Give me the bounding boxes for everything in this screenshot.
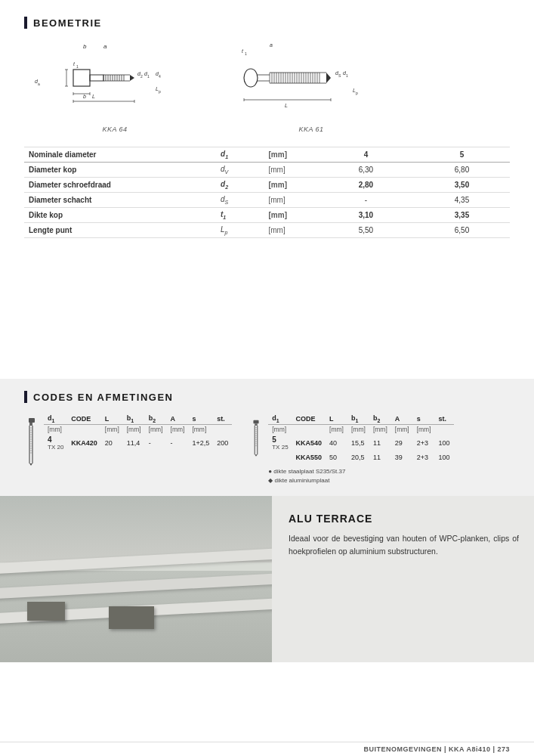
- row-label: Lengte punt: [24, 223, 216, 238]
- row-val1: 3,10: [318, 208, 414, 223]
- cell-d1: 4 TX 20: [44, 434, 67, 452]
- unit-d1: [mm]: [44, 424, 67, 434]
- col-A: A: [167, 414, 189, 424]
- page-footer: BUITENOMGEVINGEN | KKA A8i410 | 273: [0, 742, 534, 756]
- unit-b2: [mm]: [369, 424, 391, 434]
- cell-b1: 20,5: [347, 452, 369, 463]
- product-description: Ideaal voor de bevestiging van houten of…: [289, 532, 519, 558]
- codes-section-title: CODES EN AFMETINGEN: [24, 391, 510, 403]
- cell-s: 1+2,5: [188, 434, 213, 452]
- cell-st: 100: [435, 434, 454, 452]
- block-2: [27, 602, 65, 621]
- geometry-table-header: Nominale diameter d1 [mm] 4 5: [24, 147, 510, 163]
- svg-marker-98: [29, 463, 32, 466]
- col-b1: b1: [347, 414, 369, 424]
- codes-right-half: d1 CODE L b1 b2 A s st. [mm]: [250, 414, 453, 485]
- footer-text: BUITENOMGEVINGEN | KKA A8i410 | 273: [364, 745, 510, 753]
- col-d1: d1: [268, 414, 292, 424]
- svg-text:1: 1: [147, 74, 150, 79]
- row-val2: 3,35: [414, 208, 510, 223]
- unit-A: [mm]: [167, 424, 189, 434]
- codes-notes: ● dikte staalplaat S235/St.37 ◆ dikte al…: [268, 467, 453, 485]
- cell-L: 20: [101, 434, 123, 452]
- diagrams-row: b a d a: [24, 39, 510, 133]
- col-L: L: [326, 414, 347, 424]
- top-section: BEOMETRIE b a d a: [0, 0, 534, 258]
- svg-rect-99: [254, 420, 259, 423]
- col-d1: d1: [44, 414, 67, 424]
- geometry-title: BEOMETRIE: [33, 17, 102, 29]
- cell-code: KKA420: [67, 434, 101, 452]
- svg-rect-5: [90, 75, 103, 81]
- screw-icon-left: [24, 414, 38, 466]
- middle-section: [0, 258, 534, 379]
- cell-b1: 15,5: [347, 434, 369, 452]
- cell-b2: 11: [369, 452, 391, 463]
- row-val1: 5,50: [318, 223, 414, 238]
- row-val2: 6,50: [414, 223, 510, 238]
- cell-b1: 11,4: [123, 434, 145, 452]
- col-unit-header: [mm]: [264, 147, 318, 163]
- unit-code: [292, 424, 326, 434]
- svg-rect-82: [29, 418, 35, 423]
- unit-b2: [mm]: [145, 424, 167, 434]
- diagram-right-label: KKA 61: [298, 125, 323, 133]
- unit-st: [213, 424, 232, 434]
- screw-icon-right: [250, 414, 262, 458]
- svg-text:a: a: [103, 43, 107, 50]
- row-val1: 6,30: [318, 163, 414, 178]
- row-unit: [mm]: [264, 178, 318, 193]
- row-label: Dikte kop: [24, 208, 216, 223]
- codes-left-data-row: 4 TX 20 KKA420 20 11,4 - - 1+2,5 200: [44, 434, 232, 452]
- page: BEOMETRIE b a d a: [0, 0, 534, 756]
- geometry-section-title: BEOMETRIE: [24, 17, 510, 29]
- codes-right-row-2: KKA550 50 20,5 11 39 2+3 100: [268, 452, 453, 463]
- unit-b1: [mm]: [123, 424, 145, 434]
- svg-text:a: a: [270, 42, 273, 48]
- cell-A: -: [167, 434, 189, 452]
- unit-b1: [mm]: [347, 424, 369, 434]
- unit-s: [mm]: [188, 424, 213, 434]
- codes-left-half: d1 CODE L b1 b2 A s st. [mm]: [24, 414, 232, 466]
- cell-s: 2+3: [413, 434, 435, 452]
- note-2: ◆ dikte aluminiumplaat: [268, 476, 453, 485]
- cell-d1: [268, 452, 292, 463]
- diagram-left: b a d a: [32, 39, 198, 133]
- bottom-section: ALU TERRACE Ideaal voor de bevestiging v…: [0, 496, 534, 662]
- row-val2: 3,50: [414, 178, 510, 193]
- cell-b2: 11: [369, 434, 391, 452]
- col-param-header: d1: [216, 147, 264, 163]
- diagram-left-label: KKA 64: [102, 125, 127, 133]
- cell-d1: 5 TX 25: [268, 434, 292, 452]
- svg-text:b: b: [83, 94, 86, 99]
- diagram-kka61-svg: t 1 a: [228, 39, 394, 122]
- svg-text:1: 1: [346, 73, 348, 78]
- title-bar-accent: [24, 17, 27, 29]
- codes-right-table-wrapper: d1 CODE L b1 b2 A s st. [mm]: [268, 414, 453, 485]
- cell-st: 100: [435, 452, 454, 463]
- col-st: st.: [213, 414, 232, 424]
- cell-L: 40: [326, 434, 347, 452]
- svg-text:b: b: [83, 43, 87, 50]
- row-param: Lp: [216, 223, 264, 238]
- col-label-header: Nominale diameter: [24, 147, 216, 163]
- codes-left-table: d1 CODE L b1 b2 A s st. [mm]: [44, 414, 232, 452]
- col-code: CODE: [292, 414, 326, 424]
- codes-section: CODES EN AFMETINGEN: [0, 379, 534, 496]
- svg-text:L: L: [92, 94, 95, 99]
- block-1: [109, 606, 154, 629]
- row-unit: [mm]: [264, 193, 318, 208]
- svg-text:p: p: [356, 91, 358, 95]
- cell-A: 39: [391, 452, 413, 463]
- row-unit: [mm]: [264, 208, 318, 223]
- codes-right-header-row: d1 CODE L b1 b2 A s st.: [268, 414, 453, 424]
- svg-marker-18: [130, 75, 134, 81]
- product-photo: [0, 496, 272, 662]
- row-param: t1: [216, 208, 264, 223]
- svg-point-43: [244, 69, 258, 87]
- row-param: dV: [216, 163, 264, 178]
- svg-text:t: t: [73, 61, 76, 67]
- cell-A: 29: [391, 434, 413, 452]
- codes-right-row-1: 5 TX 25 KKA540 40 15,5 11 29 2+3 100: [268, 434, 453, 452]
- unit-s: [mm]: [413, 424, 435, 434]
